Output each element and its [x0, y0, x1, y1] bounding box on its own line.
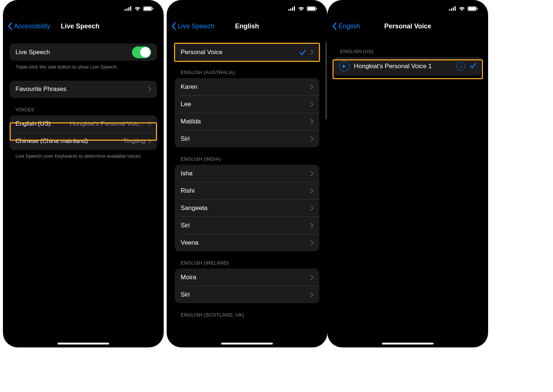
cellular-signal-icon [125, 6, 132, 11]
chevron-right-icon [310, 102, 313, 107]
play-icon [342, 64, 346, 69]
svg-rect-5 [144, 7, 152, 10]
chevron-right-icon [310, 206, 313, 211]
chevron-left-icon [171, 22, 176, 30]
chevron-right-icon [148, 139, 151, 144]
voice-lang: English (US) [15, 120, 51, 127]
status-bar [327, 0, 488, 17]
chevron-right-icon [310, 119, 313, 124]
fav-label: Favourite Phrases [15, 85, 66, 93]
group-header: ENGLISH (SCOTLAND, UK) [175, 303, 319, 321]
checkmark-icon [470, 62, 476, 70]
fav-phrases-group: Favourite Phrases [10, 81, 157, 98]
chevron-right-icon [310, 171, 313, 176]
voice-row[interactable]: Sangeeta [175, 199, 319, 217]
svg-rect-3 [130, 6, 131, 11]
toggle-label: Live Speech [15, 49, 50, 56]
page-title: English [235, 22, 259, 30]
svg-rect-6 [153, 8, 153, 10]
wifi-icon [134, 6, 141, 11]
voice-name: Tingting [123, 137, 145, 145]
personal-voice-row[interactable]: Personal Voice [175, 43, 319, 61]
svg-rect-13 [316, 8, 317, 10]
voice-row[interactable]: Lee [175, 95, 319, 113]
voices-group-australia: Karen Lee Matilda Siri [175, 78, 319, 147]
chevron-right-icon [310, 188, 313, 193]
svg-rect-16 [453, 7, 454, 11]
back-button[interactable]: Live Speech [171, 22, 214, 30]
battery-icon [467, 6, 478, 11]
nav-header: English Personal Voice [327, 17, 488, 35]
voice-row-english-us[interactable]: English (US) Hongkiat's Personal Voic… [10, 115, 157, 133]
chevron-right-icon [310, 84, 313, 90]
svg-rect-2 [128, 7, 129, 11]
live-speech-toggle-row[interactable]: Live Speech [10, 43, 157, 61]
voice-row[interactable]: Karen [175, 78, 319, 95]
voice-name: Hongkiat's Personal Voice 1 [354, 63, 452, 70]
chevron-right-icon [310, 275, 313, 280]
battery-icon [143, 6, 153, 11]
checkmark-icon [299, 49, 306, 56]
status-bar [3, 0, 164, 17]
voices-group-ireland: Moira Siri [175, 269, 319, 303]
favourite-phrases-row[interactable]: Favourite Phrases [10, 81, 157, 98]
home-indicator[interactable] [58, 343, 109, 344]
svg-rect-1 [126, 8, 128, 11]
phone-screen-1: Accessibility Live Speech Live Speech Tr… [3, 0, 164, 347]
back-label: Accessibility [14, 22, 50, 30]
voices-header: VOICES [10, 98, 157, 115]
svg-rect-0 [125, 9, 126, 11]
voices-group-india: Isha Rishi Sangeeta Siri Veena [175, 165, 319, 251]
voice-row-chinese[interactable]: Chinese (China mainland) Tingting [10, 133, 157, 150]
back-button[interactable]: Accessibility [7, 22, 50, 30]
voice-row[interactable]: Isha [175, 165, 319, 182]
voices-note: Live Speech uses Keyboards to determine … [10, 150, 157, 160]
page-title: Live Speech [61, 22, 100, 30]
scroll-indicator[interactable] [326, 42, 327, 119]
voice-row[interactable]: Siri [175, 130, 319, 147]
back-label: Live Speech [178, 22, 214, 30]
live-speech-toggle[interactable] [132, 46, 151, 58]
group-header: ENGLISH (IRELAND) [175, 251, 319, 269]
chevron-right-icon [310, 136, 313, 141]
cellular-signal-icon [449, 6, 456, 11]
personal-voice-label: Personal Voice [181, 49, 222, 56]
group-header: ENGLISH (INDIA) [175, 147, 319, 165]
personal-voice-item[interactable]: Hongkiat's Personal Voice 1 i [334, 57, 481, 76]
svg-rect-10 [294, 6, 295, 11]
battery-icon [307, 6, 317, 11]
status-bar [167, 0, 327, 17]
svg-rect-20 [477, 8, 478, 10]
chevron-right-icon [148, 87, 151, 92]
chevron-left-icon [332, 22, 337, 30]
chevron-right-icon [310, 240, 313, 245]
chevron-right-icon [148, 121, 151, 126]
svg-rect-12 [307, 7, 315, 10]
chevron-right-icon [310, 223, 313, 228]
svg-rect-14 [449, 9, 450, 11]
info-button[interactable]: i [456, 62, 465, 71]
home-indicator[interactable] [382, 343, 434, 344]
nav-header: Live Speech English [167, 17, 327, 35]
svg-rect-7 [288, 9, 289, 11]
play-button[interactable] [339, 61, 349, 71]
voice-row[interactable]: Rishi [175, 182, 319, 199]
wifi-icon [459, 6, 465, 11]
toggle-note: Triple-click the side button to show Liv… [10, 61, 157, 70]
svg-rect-19 [468, 7, 476, 10]
home-indicator[interactable] [221, 343, 273, 344]
svg-rect-9 [292, 7, 293, 11]
page-title: Personal Voice [384, 22, 431, 30]
chevron-right-icon [310, 50, 313, 55]
group-header: ENGLISH (US) [334, 35, 481, 57]
svg-rect-8 [290, 8, 291, 11]
voice-row[interactable]: Moira [175, 269, 319, 286]
voice-row[interactable]: Siri [175, 286, 319, 303]
chevron-left-icon [7, 22, 13, 30]
voice-lang: Chinese (China mainland) [15, 137, 88, 145]
voice-row[interactable]: Siri [175, 217, 319, 234]
back-button[interactable]: English [332, 22, 360, 30]
voice-row[interactable]: Matilda [175, 113, 319, 130]
voices-group: English (US) Hongkiat's Personal Voic… C… [10, 115, 157, 150]
voice-row[interactable]: Veena [175, 234, 319, 251]
